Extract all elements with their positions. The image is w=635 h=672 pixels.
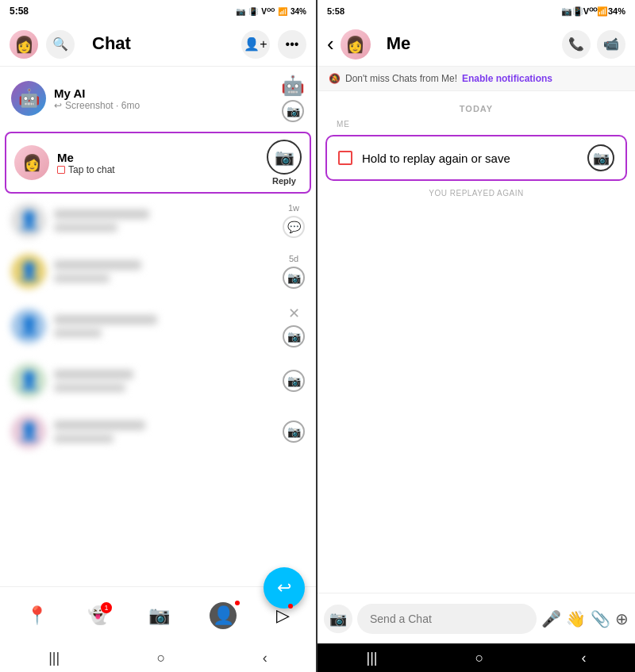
snap-message[interactable]: Hold to replay again or save 📷: [325, 135, 627, 181]
right-header-actions: 📞 📹: [562, 30, 625, 59]
blurred-info-2: [54, 260, 275, 282]
blurred-info-4: [54, 370, 275, 392]
left-panel: 5:58 📷📳Vᴼᴼ📶34% 👩 🔍 Chat 👤+ ••• 🤖 My AI ↩…: [0, 0, 318, 672]
blurred-sub-1: [54, 224, 117, 232]
blurred-camera-2: 📷: [283, 267, 305, 289]
chat-item-blurred-3[interactable]: 👤 ✕ 📷: [0, 297, 316, 355]
reply-camera-icon: 📷: [267, 140, 302, 175]
right-status-icons: 📷📳Vᴼᴼ📶34%: [561, 6, 625, 17]
map-icon: 📍: [26, 605, 48, 626]
chat-item-blurred-2[interactable]: 👤 5d 📷: [0, 246, 316, 297]
plus-button[interactable]: ⊕: [615, 609, 629, 628]
chat-list: 🤖 My AI ↩ Screenshot · 6mo 🤖 📷 👩 Me Tap: [0, 67, 316, 586]
me-info: Me Tap to chat: [57, 151, 259, 175]
sender-label: ME: [325, 118, 627, 130]
attachment-button[interactable]: 📎: [591, 609, 610, 628]
tap-square-icon: [57, 166, 65, 174]
you-replayed-label: YOU REPLAYED AGAIN: [325, 186, 627, 201]
me-avatar: 👩: [14, 145, 49, 180]
blurred-info-1: [54, 209, 275, 232]
blurred-time-1: 1w: [288, 203, 299, 213]
my-ai-name: My AI: [54, 86, 273, 100]
stories-dot: [235, 601, 240, 605]
blurred-time-2: 5d: [289, 254, 298, 263]
blurred-avatar-5: 👤: [11, 414, 46, 449]
phone-button[interactable]: 📞: [562, 30, 591, 59]
blurred-right-2: 5d 📷: [283, 254, 305, 289]
gesture-bar-left: ||| ○ ‹: [0, 643, 316, 672]
blurred-sub-5: [54, 435, 114, 443]
gesture-recent-right: ‹: [581, 650, 586, 666]
right-time: 5:58: [327, 6, 344, 16]
nav-map[interactable]: 📍: [26, 605, 48, 626]
blurred-name-2: [54, 260, 141, 270]
my-ai-right: 🤖 📷: [281, 75, 305, 122]
my-ai-camera-icon: 📷: [282, 100, 304, 122]
date-separator: TODAY: [325, 96, 627, 118]
nav-camera[interactable]: 📷: [148, 605, 170, 626]
chat-name-header: Me: [377, 22, 556, 67]
video-button[interactable]: 📹: [597, 30, 625, 59]
snap-message-text: Hold to replay again or save: [362, 152, 578, 165]
stories-avatar: 👤: [210, 602, 237, 629]
more-button[interactable]: •••: [278, 30, 306, 59]
discover-icon: ▷: [276, 605, 290, 626]
blurred-sub-3: [54, 329, 102, 337]
compose-icon: ↩: [277, 578, 291, 598]
gesture-bar-right: ||| ○ ‹: [318, 643, 635, 672]
nav-discover[interactable]: ▷: [276, 605, 290, 626]
right-panel: 5:58 📷📳Vᴼᴼ📶34% ‹ 👩 Me 📞 📹 🔕 Don't miss C…: [318, 0, 635, 672]
enable-notifications-link[interactable]: Enable notifications: [462, 73, 552, 84]
back-button[interactable]: ‹: [327, 32, 334, 56]
blurred-right-3: ✕ 📷: [283, 305, 305, 348]
blurred-avatar-2: 👤: [11, 254, 46, 289]
blurred-name-1: [54, 209, 149, 219]
notif-text: Don't miss Chats from Me!: [345, 73, 457, 84]
my-ai-info: My AI ↩ Screenshot · 6mo: [54, 86, 273, 111]
blurred-camera-5: 📷: [283, 420, 305, 443]
chat-item-blurred-4[interactable]: 👤 📷: [0, 355, 316, 406]
chat-item-blurred-1[interactable]: 👤 1w 💬: [0, 195, 316, 246]
right-header: ‹ 👩 Me 📞 📹: [318, 22, 635, 67]
camera-input-button[interactable]: 📷: [324, 605, 352, 633]
blurred-sub-2: [54, 275, 110, 282]
chat-badge: 1: [101, 602, 112, 613]
gesture-back-left: |||: [48, 650, 60, 666]
sticker-button[interactable]: 👋: [566, 609, 586, 628]
gesture-recent-left: ‹: [263, 650, 267, 666]
blurred-right-4: 📷: [283, 370, 305, 392]
user-avatar[interactable]: 👩: [10, 30, 38, 59]
mic-button[interactable]: 🎤: [541, 609, 561, 628]
compose-fab[interactable]: ↩: [264, 567, 305, 609]
reply-button[interactable]: 📷 Reply: [267, 140, 302, 186]
chat-input-bar: 📷 🎤 👋 📎 ⊕: [318, 593, 635, 643]
blurred-name-3: [54, 315, 157, 324]
me-profile-avatar: 👩: [341, 29, 371, 60]
blurred-avatar-1: 👤: [11, 203, 46, 238]
bell-off-icon: 🔕: [329, 73, 341, 84]
my-ai-avatar: 🤖: [11, 81, 46, 116]
blurred-avatar-3: 👤: [11, 309, 46, 344]
chat-item-me[interactable]: 👩 Me Tap to chat 📷 Reply: [5, 132, 311, 194]
add-friends-button[interactable]: 👤+: [241, 30, 270, 59]
blurred-right-5: 📷: [283, 420, 305, 443]
chat-title: Chat: [83, 22, 233, 67]
nav-stories[interactable]: 👤: [210, 602, 237, 629]
gesture-home-left: ○: [157, 650, 166, 666]
gesture-home-right: ○: [475, 650, 484, 666]
search-button[interactable]: 🔍: [46, 30, 75, 59]
me-sub: Tap to chat: [57, 164, 259, 175]
chat-item-blurred-5[interactable]: 👤 📷: [0, 406, 316, 457]
left-status-bar: 5:58 📷📳Vᴼᴼ📶34%: [0, 0, 316, 22]
blurred-camera-3: 📷: [283, 325, 305, 348]
blurred-info-3: [54, 315, 275, 337]
left-status-icons: 📷📳Vᴼᴼ📶34%: [236, 7, 306, 16]
camera-input-icon: 📷: [329, 610, 347, 628]
snap-camera-icon: 📷: [587, 144, 614, 171]
gesture-back-right: |||: [367, 650, 378, 666]
notification-banner: 🔕 Don't miss Chats from Me! Enable notif…: [318, 67, 635, 91]
nav-chat[interactable]: 👻 1: [87, 605, 109, 626]
chat-input[interactable]: [357, 604, 537, 634]
left-time: 5:58: [10, 6, 29, 17]
chat-item-my-ai[interactable]: 🤖 My AI ↩ Screenshot · 6mo 🤖 📷: [0, 67, 316, 130]
